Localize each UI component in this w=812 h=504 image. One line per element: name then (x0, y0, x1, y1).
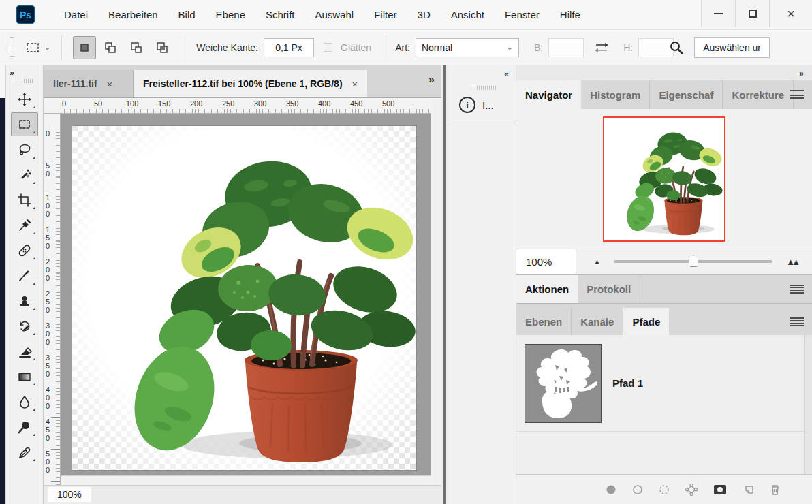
history-brush-tool[interactable] (11, 314, 38, 338)
chevron-down-icon: ⌄ (44, 43, 50, 52)
stroke-path-icon[interactable] (632, 484, 643, 495)
h-ruler-label-4: 200 (190, 99, 222, 108)
panel-grip[interactable] (469, 86, 496, 90)
close-button[interactable]: × (770, 0, 812, 27)
subtract-from-selection-button[interactable] (125, 36, 148, 59)
fill-path-icon[interactable] (606, 484, 616, 495)
selection-mode-group (73, 36, 174, 59)
minimize-button[interactable] (702, 0, 736, 27)
horizontal-ruler[interactable]: 050100150200250300350400450500 (44, 99, 441, 114)
h-ruler-label-1: 50 (94, 99, 126, 108)
new-selection-button[interactable] (73, 36, 96, 59)
style-label: Art: (395, 42, 410, 53)
panel-menu-icon[interactable] (790, 317, 804, 326)
tab-close-icon[interactable]: × (352, 78, 358, 90)
panel-menu-icon[interactable] (790, 90, 804, 99)
magic-wand-tool[interactable] (11, 163, 38, 187)
clone-stamp-tool[interactable] (11, 289, 38, 313)
eyedropper-tool[interactable] (11, 213, 38, 237)
path-silhouette (525, 345, 601, 422)
menu-item-3[interactable]: Ebene (206, 9, 255, 20)
eraser-tool[interactable] (11, 339, 38, 363)
feather-input[interactable]: 0,1 Px (264, 38, 314, 57)
rectangular-marquee-tool[interactable] (11, 112, 38, 136)
options-grip[interactable] (10, 37, 14, 58)
menu-item-4[interactable]: Schrift (255, 9, 305, 20)
tools-grip[interactable] (16, 79, 33, 83)
menu-item-9[interactable]: Fenster (495, 9, 550, 20)
plant-photo (72, 126, 416, 470)
zoom-out-icon[interactable]: ▲ (594, 258, 600, 265)
style-dropdown[interactable]: Normal ⌄ (416, 38, 519, 57)
expand-panel-icon[interactable]: « (504, 69, 507, 79)
add-mask-icon[interactable] (713, 484, 727, 495)
menu-item-10[interactable]: Hilfe (550, 9, 591, 20)
tab-overflow-icon[interactable]: » (428, 74, 433, 86)
layers-tab-group: EbenenKanälePfade (516, 308, 812, 335)
info-panel-collapsed[interactable]: i I... (448, 83, 516, 123)
menu-item-2[interactable]: Bild (168, 9, 206, 20)
document-tab-2[interactable]: Freisteller-112.tif bei 100% (Ebene 1, R… (134, 70, 367, 97)
add-to-selection-button[interactable] (99, 36, 122, 59)
spot-healing-brush-tool[interactable] (11, 238, 38, 262)
panel-tab-0[interactable]: Ebenen (516, 308, 572, 335)
crop-tool[interactable] (11, 188, 38, 212)
menu-item-7[interactable]: 3D (407, 9, 441, 20)
tab-close-icon[interactable]: × (107, 78, 113, 90)
brush-tool[interactable] (11, 264, 38, 287)
panel-tab-0[interactable]: Aktionen (516, 275, 578, 303)
panel-tab-0[interactable]: Navigator (516, 80, 581, 109)
document-tab-1[interactable]: ller-111.tif × (44, 70, 134, 97)
panel-menu-icon[interactable] (790, 285, 804, 294)
menu-item-6[interactable]: Filter (364, 9, 407, 20)
path-thumbnail[interactable] (525, 344, 602, 423)
dodge-tool[interactable] (11, 415, 38, 439)
zoom-in-icon[interactable]: ▲▲ (786, 257, 797, 267)
navigator-proxy-view[interactable] (603, 116, 725, 242)
intersect-selection-button[interactable] (151, 36, 174, 59)
menu-item-5[interactable]: Auswahl (305, 9, 364, 20)
canvas-vertical-scrollbar[interactable] (431, 99, 441, 485)
select-and-mask-button[interactable]: Auswählen ur (694, 37, 770, 58)
v-ruler-label-7: 350 (46, 353, 53, 385)
panel-tab-2[interactable]: Eigenschaf (650, 80, 723, 109)
collapse-panels-icon[interactable]: » (799, 69, 802, 78)
load-path-as-selection-icon[interactable] (659, 484, 670, 495)
panel-tab-1[interactable]: Histogram (581, 80, 650, 109)
width-input[interactable] (548, 38, 584, 57)
canvas-area[interactable] (61, 114, 431, 485)
menu-item-8[interactable]: Ansicht (441, 9, 495, 20)
v-ruler-label-8: 400 (46, 385, 53, 418)
vertical-ruler[interactable]: 050100150200250300350400450500 (44, 114, 61, 485)
delete-path-icon[interactable] (770, 484, 781, 496)
panel-tab-2[interactable]: Pfade (623, 308, 669, 335)
panel-tab-1[interactable]: Kanäle (572, 308, 623, 335)
zoom-level-field[interactable]: 100% (48, 487, 91, 502)
new-path-icon[interactable] (743, 484, 754, 495)
antialias-checkbox[interactable] (324, 43, 332, 52)
right-panel-column: » NavigatorHistogramEigenschafKorrekture… (516, 65, 812, 504)
pen-tool[interactable] (11, 440, 38, 464)
blur-tool[interactable] (11, 390, 38, 413)
pane-divider[interactable] (441, 65, 448, 504)
v-ruler-label-3: 150 (46, 225, 53, 257)
panel-tab-1[interactable]: Protokoll (578, 275, 640, 303)
gradient-tool[interactable] (11, 364, 38, 388)
navigator-zoom-field[interactable]: 100% (516, 249, 576, 274)
swap-dimensions-icon[interactable] (593, 42, 610, 54)
active-tool-preset[interactable]: ⌄ (21, 42, 54, 54)
panel-tab-3[interactable]: Korrekture (723, 80, 794, 109)
navigator-zoom-slider[interactable] (614, 260, 772, 263)
path-list-item[interactable]: Pfad 1 (516, 335, 812, 432)
document-image[interactable] (72, 126, 416, 470)
make-work-path-icon[interactable] (685, 484, 698, 496)
paths-scrollbar[interactable] (804, 335, 812, 474)
canvas-horizontal-scrollbar[interactable] (61, 475, 431, 485)
tools-collapse-toggle[interactable]: » (10, 68, 43, 78)
menu-item-1[interactable]: Bearbeiten (98, 9, 168, 20)
lasso-tool[interactable] (11, 138, 38, 161)
menu-item-0[interactable]: Datei (54, 9, 98, 20)
move-tool[interactable] (11, 87, 38, 111)
maximize-button[interactable] (736, 0, 770, 27)
slider-thumb[interactable] (689, 255, 699, 267)
